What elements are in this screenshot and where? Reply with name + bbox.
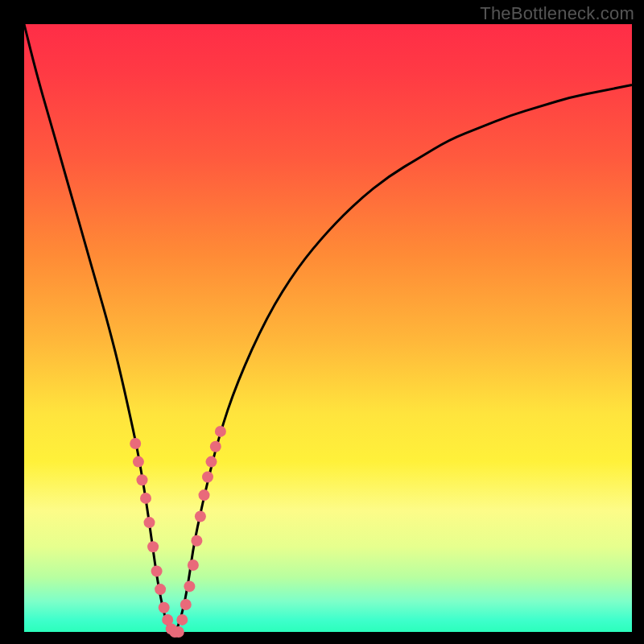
highlight-dots <box>130 426 226 638</box>
watermark-label: TheBottleneck.com <box>480 3 634 24</box>
highlight-dot <box>155 584 166 595</box>
highlight-dot <box>180 599 192 610</box>
highlight-dot <box>159 602 170 613</box>
highlight-dot <box>176 614 188 625</box>
highlight-dot <box>147 541 159 552</box>
highlight-dot <box>188 559 199 571</box>
highlight-dot <box>191 535 202 547</box>
highlight-dot <box>133 456 144 468</box>
highlight-dot <box>184 580 195 592</box>
highlight-dot <box>140 493 151 504</box>
highlight-dot <box>137 474 148 485</box>
highlight-dot <box>144 517 155 528</box>
highlight-dot <box>151 566 163 577</box>
highlight-dot <box>215 426 226 437</box>
highlight-dot <box>195 511 206 522</box>
highlight-dot <box>199 489 210 501</box>
highlight-dot <box>210 441 221 452</box>
bottleneck-curve <box>24 24 632 632</box>
bottleneck-curve-svg <box>24 24 632 632</box>
highlight-dot <box>206 456 217 468</box>
highlight-dot <box>173 626 184 638</box>
highlight-dot <box>202 472 213 483</box>
chart-frame: TheBottleneck.com <box>0 0 644 644</box>
plot-area <box>24 24 632 632</box>
highlight-dot <box>130 438 141 449</box>
